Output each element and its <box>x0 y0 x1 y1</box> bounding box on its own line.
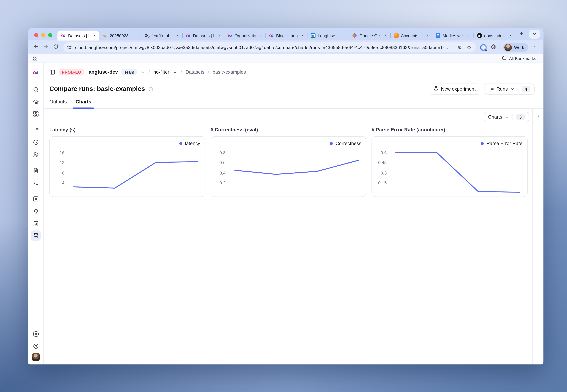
bookmark-star-icon[interactable] <box>465 43 473 51</box>
project-chevron-down-icon[interactable] <box>173 70 177 74</box>
sidebar-item-dashboards[interactable] <box>30 109 41 119</box>
charts-dropdown-label: Charts <box>488 114 502 120</box>
tab-close-button[interactable] <box>175 33 181 38</box>
chart-column: Latency (s) latency 481216 <box>49 125 205 197</box>
privacy-badge-icon[interactable] <box>480 44 487 51</box>
charts-content: Charts 3 Latency (s) <box>44 109 533 364</box>
tab-close-button[interactable] <box>341 33 347 38</box>
address-bar[interactable]: cloud.langfuse.com/project/cmfwgv8fx002o… <box>63 42 476 52</box>
new-experiment-button[interactable]: New experiment <box>429 83 480 94</box>
langfuse-logo-icon[interactable] <box>30 68 41 78</box>
sidebar-item-users[interactable] <box>30 149 41 159</box>
button-divider <box>518 86 518 92</box>
tab-close-button[interactable] <box>133 33 139 38</box>
all-bookmarks-button[interactable]: All Bookmarks <box>502 55 536 62</box>
page-body: Charts 3 Latency (s) <box>44 109 544 364</box>
sidebar-item-sessions[interactable] <box>30 137 41 147</box>
browser-tab[interactable]: Datasets | L <box>182 30 224 41</box>
url-text[interactable]: cloud.langfuse.com/project/cmfwgv8fx002o… <box>75 45 455 50</box>
info-icon[interactable] <box>148 86 153 92</box>
browser-tab[interactable]: Google Ge <box>349 30 390 41</box>
charts-dropdown-button[interactable]: Charts 3 <box>484 112 529 122</box>
breadcrumb-datasets-link[interactable]: Datasets <box>186 69 205 75</box>
langfuse-favicon-icon <box>61 33 66 38</box>
browser-profile-avatar <box>505 43 512 51</box>
chart-card: latency 481216 <box>49 136 205 197</box>
tab-title: Marlies we <box>442 33 466 38</box>
tab-close-button[interactable] <box>466 33 472 38</box>
tab-search-button[interactable] <box>529 30 540 39</box>
browser-tab[interactable]: Marlies we <box>432 30 473 41</box>
browser-tab[interactable]: 6Langfuse - <box>307 30 349 41</box>
tab-title: docs: add <box>484 33 508 38</box>
tab-close-button[interactable] <box>508 33 513 38</box>
gemini-favicon-icon <box>352 33 357 38</box>
tab-close-button[interactable] <box>92 33 97 38</box>
reload-button[interactable] <box>51 42 61 52</box>
sidebar-item-tracing[interactable] <box>30 125 41 135</box>
runs-label: Runs <box>496 86 508 92</box>
tab-close-button[interactable] <box>300 33 305 38</box>
sidebar-item-insights[interactable] <box>30 206 41 216</box>
org-chevron-down-icon[interactable] <box>140 70 145 74</box>
browser-tab[interactable]: ⟳✕feat(io-tab <box>141 30 182 41</box>
tab-close-button[interactable] <box>425 33 430 38</box>
user-avatar[interactable] <box>32 353 40 361</box>
collapse-panel-button[interactable] <box>536 113 541 119</box>
sidebar-toggle-button[interactable] <box>49 69 56 75</box>
new-tab-button[interactable] <box>517 30 526 39</box>
charts-grid: Latency (s) latency 481216 <box>44 125 533 197</box>
chart-card: Parse Error Rate 0.150.30.450.6 <box>372 136 528 197</box>
browser-tab[interactable]: docs: add <box>473 30 515 41</box>
close-window-button[interactable] <box>34 33 38 37</box>
browser-tab[interactable]: Accounts | <box>390 30 432 41</box>
browser-profile-chip[interactable]: Work <box>503 42 528 52</box>
maximize-window-button[interactable] <box>48 33 52 37</box>
tab-close-button[interactable] <box>258 33 264 38</box>
environment-badge: PROD-EU <box>59 69 84 75</box>
forward-icon <box>43 44 49 51</box>
project-name[interactable]: no-filter <box>153 69 170 75</box>
tab-close-button[interactable] <box>383 33 388 38</box>
tab-title: Google Ge <box>359 33 383 38</box>
browser-tab-strip: Datasets | L∞20250923⟳✕feat(io-tabDatase… <box>28 28 543 41</box>
sidebar-item-prompts[interactable] <box>30 165 41 176</box>
plus-icon <box>519 31 524 38</box>
tab-title: Organizatio <box>234 33 258 38</box>
extensions-button[interactable] <box>489 42 499 52</box>
apps-grid-icon[interactable] <box>33 56 38 61</box>
back-button[interactable] <box>31 42 41 52</box>
tab-title: Datasets | L <box>193 33 216 38</box>
tab-outputs[interactable]: Outputs <box>49 99 67 108</box>
sidebar-item-datasets[interactable] <box>30 230 41 241</box>
sidebar-item-annotation-queues[interactable] <box>30 218 41 228</box>
browser-tab[interactable]: Datasets | L <box>57 30 99 41</box>
tab-charts[interactable]: Charts <box>76 99 91 108</box>
breadcrumb-dataset-link[interactable]: basic-examples <box>213 69 246 75</box>
sidebar-item-evaluation[interactable] <box>30 194 41 204</box>
sidebar-item-support[interactable] <box>30 341 41 351</box>
zoom-page-icon[interactable] <box>456 43 464 51</box>
browser-menu-button[interactable] <box>530 42 540 52</box>
browser-tab[interactable]: ∞20250923 <box>99 30 141 41</box>
minimize-window-button[interactable] <box>41 33 45 37</box>
sidebar-item-playground[interactable] <box>30 177 41 188</box>
browser-tab[interactable]: Organizatio <box>224 30 266 41</box>
org-name[interactable]: langfuse-dev <box>87 69 118 75</box>
new-experiment-label: New experiment <box>441 86 476 92</box>
forward-button[interactable] <box>41 42 51 52</box>
browser-tab[interactable]: Blog - Lang <box>266 30 307 41</box>
runs-chevron-down-icon <box>510 87 515 91</box>
sidebar-item-settings[interactable] <box>30 329 41 339</box>
browser-profile-label: Work <box>514 45 524 50</box>
breadcrumb-separator: / <box>181 69 182 75</box>
sidebar-item-search[interactable] <box>30 84 41 95</box>
runs-dropdown-button[interactable]: Runs 4 <box>484 83 535 94</box>
chart-legend: Parse Error Rate <box>481 141 523 146</box>
chevron-down-icon <box>532 31 537 38</box>
tab-title: feat(io-tab <box>151 33 175 38</box>
button-divider <box>512 114 513 120</box>
sidebar-item-home[interactable] <box>30 97 41 107</box>
site-settings-icon[interactable] <box>67 44 72 50</box>
tab-close-button[interactable] <box>216 33 222 38</box>
